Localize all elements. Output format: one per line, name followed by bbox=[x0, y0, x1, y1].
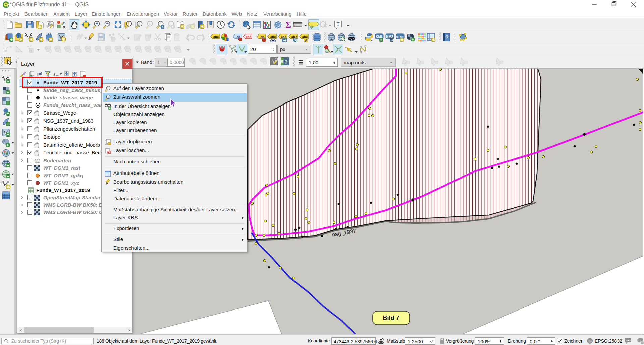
svg-text:KMZ: KMZ bbox=[386, 35, 393, 39]
svg-text:Bild 7: Bild 7 bbox=[383, 315, 399, 321]
svg-text:i: i bbox=[245, 22, 247, 27]
svg-text:HTML: HTML bbox=[396, 35, 405, 39]
svg-text:KML: KML bbox=[376, 35, 383, 39]
svg-text:ε: ε bbox=[53, 71, 55, 77]
svg-text:1:1: 1:1 bbox=[148, 23, 152, 25]
svg-text:?: ? bbox=[284, 59, 287, 65]
svg-text:Σ: Σ bbox=[286, 20, 291, 29]
svg-text:T: T bbox=[337, 22, 340, 27]
svg-text:a: a bbox=[63, 24, 65, 29]
svg-text:abc: abc bbox=[246, 35, 251, 39]
svg-text:?: ? bbox=[445, 34, 449, 40]
